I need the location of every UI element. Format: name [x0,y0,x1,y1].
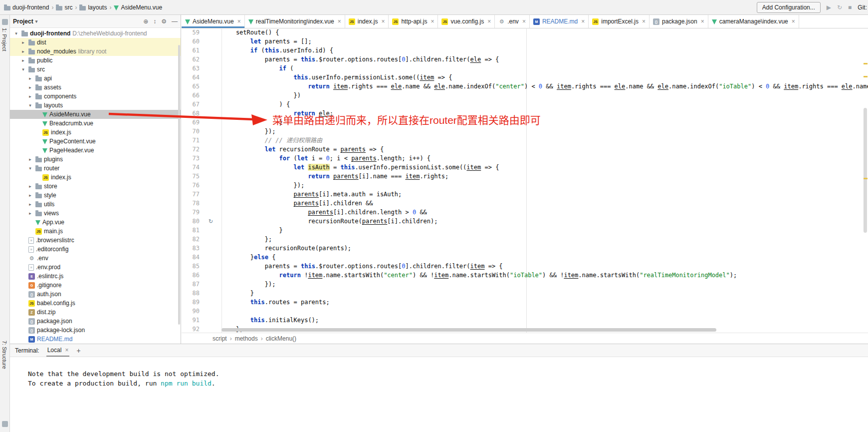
code-line[interactable]: }else { [221,253,868,262]
editor-tab[interactable]: JShttp-api.js× [389,15,438,28]
close-tab-icon[interactable]: × [237,18,241,25]
tree-item-duoji-frontend[interactable]: ▾duoji-frontend D:\zheheWeb\duoji-fronte… [10,29,181,38]
code-line[interactable]: if (this.userInfo.id) { [221,46,868,55]
chevron-right-icon[interactable]: ▸ [27,94,33,99]
tree-item-babel-config-js[interactable]: JSbabel.config.js [10,299,181,308]
breadcrumb-item[interactable]: duoji-frontend [4,4,49,11]
collapse-all-icon[interactable]: ↕ [153,18,156,24]
code-line[interactable]: } [221,289,868,298]
stripe-structure-button[interactable]: 7: Structure [1,341,7,369]
code-line[interactable]: parents = this.$router.options.routes[0]… [221,55,868,64]
code-line[interactable]: // // 递归权限路由 [221,136,868,145]
code-line[interactable]: recursionRoute(parents); [221,244,868,253]
tree-item-node-modules[interactable]: ▸node_modules library root [10,47,181,56]
code-line[interactable]: }); [221,280,868,289]
chevron-right-icon[interactable]: ▸ [27,85,33,90]
code-line[interactable]: }; [221,235,868,244]
close-tab-icon[interactable]: × [65,347,68,354]
breadcrumb-item[interactable]: layouts [79,4,107,11]
close-tab-icon[interactable]: × [487,18,491,25]
tree-item-breadcrumb-vue[interactable]: Breadcrumb.vue [10,119,181,128]
breadcrumb-item[interactable]: src [56,4,72,11]
refresh-icon[interactable]: ↻ [837,4,842,10]
tree-item-layouts[interactable]: ▾layouts [10,101,181,110]
tree-item-api[interactable]: ▸api [10,74,181,83]
project-scrollbar[interactable] [178,45,180,325]
tree-item-browserslistrc[interactable]: ≡.browserslistrc [10,236,181,245]
tree-item-package-lock-json[interactable]: {}package-lock.json [10,326,181,335]
tree-item-eslintrc-js[interactable]: E.eslintrc.js [10,272,181,281]
chevron-right-icon[interactable]: ▸ [27,202,33,207]
tree-item-app-vue[interactable]: App.vue [10,218,181,227]
code-line[interactable]: return !item.name.startsWith("center") &… [221,271,868,280]
chevron-right-icon[interactable]: ▸ [27,157,33,162]
editor-breadcrumb-item[interactable]: clickMenu() [266,335,296,342]
chevron-right-icon[interactable]: ▸ [27,76,33,81]
tree-item-auth-json[interactable]: {}auth.json [10,290,181,299]
chevron-down-icon[interactable]: ▾ [13,31,19,36]
code-line[interactable]: for (let i = 0; i < parents.length; i++)… [221,154,868,163]
tree-item-plugins[interactable]: ▸plugins [10,155,181,164]
close-tab-icon[interactable]: × [381,18,385,25]
code-line[interactable]: this.routes = parents; [221,298,868,307]
recursive-call-gutter-icon[interactable]: ↻ [209,218,213,225]
editor-vertical-scrollbar[interactable] [864,108,867,233]
close-tab-icon[interactable]: × [701,18,704,25]
code-line[interactable]: return item.rights === ele.name && ele.n… [221,82,868,91]
editor-tab[interactable]: JSimportExcel.js× [589,15,650,28]
code-line[interactable]: }); [221,181,868,190]
chevron-right-icon[interactable]: ▸ [27,193,33,198]
chevron-right-icon[interactable]: ▸ [27,211,33,216]
code-line[interactable]: parents = this.$router.options.routes[0]… [221,262,868,271]
tree-item-assets[interactable]: ▸assets [10,83,181,92]
code-line[interactable]: parents[i].meta.auth = isAuth; [221,190,868,199]
editor-tab[interactable]: MREADME.md× [530,15,589,28]
chevron-right-icon[interactable]: ▸ [20,40,26,45]
tree-item-src[interactable]: ▾src [10,65,181,74]
error-stripe-mark[interactable] [864,63,868,64]
terminal-tool-icon[interactable] [2,421,8,427]
stripe-project-button[interactable]: 1: Project [1,28,7,51]
add-configuration-button[interactable]: Add Configuration... [757,2,821,13]
code-line[interactable]: setRoute() { [221,28,868,37]
tree-item-env-prod[interactable]: ≡.env.prod [10,263,181,272]
terminal-output[interactable]: Note that the development build is not o… [10,357,868,388]
editor-tab[interactable]: JSindex.js× [345,15,389,28]
error-stripe-mark[interactable] [864,76,868,77]
code-line[interactable]: return ele; [221,109,868,118]
close-tab-icon[interactable]: × [522,18,526,25]
tree-item-pageheader-vue[interactable]: PageHeader.vue [10,146,181,155]
code-line[interactable]: } [221,118,868,127]
tree-item-router[interactable]: ▾router [10,164,181,173]
chevron-right-icon[interactable]: ▸ [27,184,33,189]
code-line[interactable]: }); [221,127,868,136]
stop-icon[interactable]: ■ [848,4,852,10]
code-line[interactable] [221,307,868,316]
tree-item-index-js[interactable]: JSindex.js [10,128,181,137]
code-line[interactable]: recursionRoute(parents[i].children); [221,217,868,226]
chevron-down-icon[interactable]: ▾ [27,103,33,108]
editor-tab[interactable]: cameraManage\index.vue× [708,15,799,28]
editor-breadcrumb-item[interactable]: script [213,335,227,342]
tree-item-components[interactable]: ▸components [10,92,181,101]
editor-tab[interactable]: ⚙.env× [495,15,530,28]
tree-item-editorconfig[interactable]: ≡.editorconfig [10,245,181,254]
project-view-selector[interactable]: Project ▾ [13,18,37,25]
error-stripe-mark[interactable] [864,178,868,179]
code-line[interactable]: return parents[i].name === item.rights; [221,172,868,181]
editor-breadcrumb-item[interactable]: methods [235,335,258,342]
code-line[interactable]: let parents = []; [221,37,868,46]
code-line[interactable]: this.initialKeys(); [221,316,868,325]
tree-item-style[interactable]: ▸style [10,191,181,200]
breadcrumb-item[interactable]: AsideMenu.vue [114,4,162,11]
settings-gear-icon[interactable]: ⚙ [161,18,167,24]
tree-item-store[interactable]: ▸store [10,182,181,191]
run-icon[interactable]: ▶ [827,4,831,10]
tree-item-index-js[interactable]: JSindex.js [10,173,181,182]
editor-horizontal-scrollbar[interactable] [221,328,848,332]
tree-item-main-js[interactable]: JSmain.js [10,227,181,236]
tree-item-asidemenu-vue[interactable]: AsideMenu.vue [10,110,181,119]
close-tab-icon[interactable]: × [338,18,341,25]
new-terminal-icon[interactable]: + [76,347,80,355]
close-tab-icon[interactable]: × [581,18,585,25]
